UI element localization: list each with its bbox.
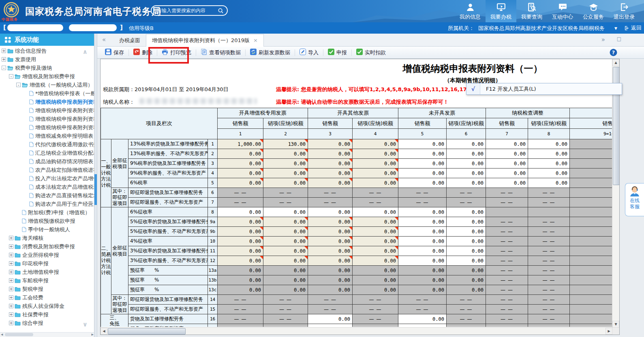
grid-cell-input[interactable]: 0.00: [353, 217, 398, 227]
grid-cell-input[interactable]: 0.00: [486, 178, 528, 188]
sidebar-item[interactable]: 增值税纳税申报表附列资料: [0, 115, 94, 123]
grid-cell-input[interactable]: 0.00: [447, 207, 486, 217]
grid-cell-input[interactable]: 0.00: [353, 149, 398, 159]
grid-cell-input[interactable]: 0.00: [308, 227, 353, 237]
expand-icon[interactable]: +: [9, 312, 13, 317]
grid-cell-input[interactable]: 0.00: [398, 246, 447, 256]
tree-scroll-up-icon[interactable]: ∧: [83, 48, 88, 55]
sidebar-item[interactable]: 农产品核定扣除增值税进项: [0, 166, 94, 174]
org-dropdown-caret-icon[interactable]: ▼: [614, 26, 617, 30]
sidebar-item[interactable]: +社保费申报: [0, 310, 94, 319]
sidebar-item[interactable]: *增值税纳税申报表（一般: [0, 89, 94, 98]
grid-cell-input[interactable]: 0.00: [308, 178, 353, 188]
grid-cell-input[interactable]: 0.00: [398, 159, 447, 168]
sidebar-item[interactable]: +发票使用: [0, 55, 94, 64]
toolbar-button-save[interactable]: 保存: [101, 48, 128, 58]
sidebar-item[interactable]: 代扣代缴税收通用缴款书抵: [0, 140, 94, 149]
sidebar-item[interactable]: +海关稽核: [0, 234, 94, 242]
sidebar-item[interactable]: 增值税减免税申报明细表（: [0, 132, 94, 140]
grid-cell-input[interactable]: 0.00: [398, 324, 447, 327]
sidebar-item[interactable]: +工会经费: [0, 293, 94, 302]
sidebar-item[interactable]: -税费申报及缴纳: [0, 64, 94, 72]
sidebar-item[interactable]: -增值税（一般纳税人适用）: [0, 81, 94, 89]
sidebar-item[interactable]: 投入产出法核定农产品增值: [0, 174, 94, 183]
grid-cell-input[interactable]: 0.00: [263, 227, 308, 237]
sidebar-item[interactable]: +车船税申报: [0, 276, 94, 285]
grid-cell-input[interactable]: 0.00: [447, 256, 486, 266]
sidebar-item[interactable]: 成品油购销存情况明细表: [0, 157, 94, 166]
sidebar-item[interactable]: -增值税及附加税费申报: [0, 72, 94, 81]
grid-cell-input[interactable]: 0.00: [263, 256, 308, 266]
tab[interactable]: 办税桌面: [113, 34, 146, 47]
sidebar-collapse-handle[interactable]: [94, 174, 97, 205]
sidebar-item[interactable]: 增值税纳税申报表附列资料: [0, 106, 94, 115]
expand-icon[interactable]: +: [9, 304, 13, 308]
sidebar-item[interactable]: 增值税预缴税款申报: [0, 217, 94, 225]
hscroll-thumb[interactable]: [108, 328, 186, 335]
grid-cell-input[interactable]: 0.00: [308, 159, 353, 168]
sidebar-item[interactable]: +综合申报: [0, 319, 94, 327]
grid-cell-input[interactable]: 0.00: [447, 246, 486, 256]
expand-icon[interactable]: +: [9, 236, 13, 240]
grid-cell-input[interactable]: 0.00: [447, 237, 486, 246]
toolbar-button-refresh[interactable]: 刷新发票数据: [246, 48, 294, 58]
grid-cell-input[interactable]: 0.00: [353, 168, 398, 178]
grid-cell-input[interactable]: 0.00: [218, 178, 263, 188]
grid-cell-input[interactable]: 0.00: [218, 168, 263, 178]
tab-close-icon[interactable]: ×: [253, 37, 258, 43]
grid-cell-input[interactable]: 0.00: [308, 246, 353, 256]
nav-item-exit[interactable]: 退出登录: [609, 0, 640, 22]
grid-cell-input[interactable]: 0.00: [353, 256, 398, 266]
sidebar-item[interactable]: 增值税纳税申报表附列资料: [0, 98, 94, 106]
grid-cell-input[interactable]: 0.00: [528, 168, 570, 178]
grid-cell-input[interactable]: 0.00: [218, 237, 263, 246]
sidebar-item[interactable]: 增值税纳税申报表附列资料: [0, 123, 94, 132]
nav-item-grad[interactable]: 公众服务: [578, 0, 609, 22]
grid-cell-input[interactable]: 0.00: [447, 217, 486, 227]
grid-cell-input[interactable]: 0.00: [528, 159, 570, 168]
maximize-icon[interactable]: □: [617, 36, 621, 42]
toolbar-button-docs[interactable]: 查看销项数据: [197, 48, 244, 58]
sidebar-item[interactable]: 汇总纳税企业增值税分配表: [0, 149, 94, 157]
sidebar-item[interactable]: +契税申报: [0, 285, 94, 293]
grid-cell-input[interactable]: 0.00: [308, 168, 353, 178]
grid-cell-input[interactable]: 0.00: [308, 314, 353, 324]
expand-icon[interactable]: +: [9, 287, 13, 291]
grid-cell-input[interactable]: 0.00: [486, 168, 528, 178]
tree-scroll-right-icon[interactable]: ▶: [92, 333, 94, 337]
grid-cell-input[interactable]: 0.00: [528, 139, 570, 149]
grid-cell-input[interactable]: 0.00: [353, 227, 398, 237]
grid-cell-input[interactable]: 1,000.00: [218, 139, 263, 149]
grid-cell-input[interactable]: 0.00: [353, 139, 398, 149]
sidebar-item[interactable]: +企业所得税申报: [0, 251, 94, 259]
grid-cell-input[interactable]: 0.00: [398, 178, 447, 188]
grid-cell-input[interactable]: 0.00: [218, 227, 263, 237]
org-name[interactable]: 国家税务总局郑州高新技术产业开发区税务局梧桐税务: [478, 25, 605, 32]
grid-cell-input[interactable]: 0.00: [263, 217, 308, 227]
grid-cell-input[interactable]: 0.00: [218, 246, 263, 256]
grid-cell-input[interactable]: 0.00: [486, 149, 528, 159]
grid-cell-input[interactable]: 0.00: [447, 168, 486, 178]
scroll-right-icon[interactable]: ▶: [605, 328, 612, 335]
grid-cell-input[interactable]: 0.00: [263, 246, 308, 256]
grid-cell-input[interactable]: 0.00: [353, 246, 398, 256]
grid-cell-input[interactable]: 0.00: [308, 217, 353, 227]
sidebar-item[interactable]: 附加税(费)申报（增值税）: [0, 208, 94, 217]
grid-cell-input[interactable]: 0.00: [447, 139, 486, 149]
expand-icon[interactable]: +: [2, 49, 6, 53]
grid-cell-input[interactable]: 0.00: [218, 207, 263, 217]
grid-cell-input[interactable]: 0.00: [218, 217, 263, 227]
grid-cell-input[interactable]: 0.00: [263, 159, 308, 168]
scroll-left-icon[interactable]: ◀: [101, 328, 107, 335]
grid-cell-input[interactable]: 0.00: [486, 159, 528, 168]
grid-cell-input[interactable]: 0.00: [263, 178, 308, 188]
grid-cell-input[interactable]: 0.00: [353, 237, 398, 246]
form-vertical-scrollbar[interactable]: ▲ ▼: [612, 59, 619, 328]
grid-cell-input[interactable]: 0.00: [398, 237, 447, 246]
tabs-scroll-left-icon[interactable]: «: [102, 36, 106, 43]
sidebar-item[interactable]: +消费税及附加税费申报: [0, 242, 94, 251]
tab-active[interactable]: 增值税纳税申报表附列资料（一）2019版×: [146, 34, 264, 47]
grid-cell-input[interactable]: 0.00: [528, 178, 570, 188]
grid-cell-input[interactable]: 0.00: [218, 159, 263, 168]
expand-icon[interactable]: +: [9, 295, 13, 300]
